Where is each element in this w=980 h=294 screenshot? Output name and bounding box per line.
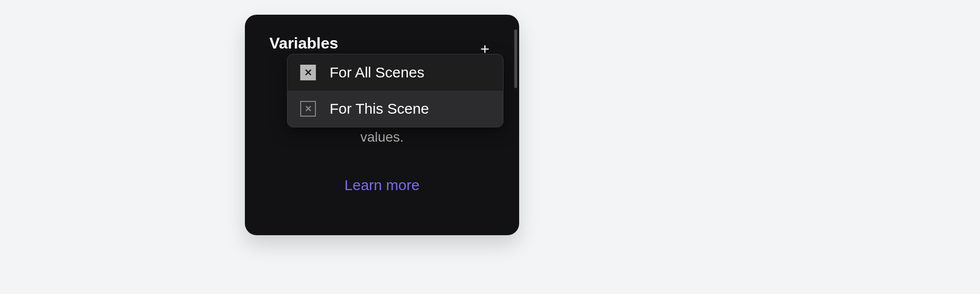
- variable-all-icon: ✕: [300, 65, 316, 80]
- scrollbar[interactable]: [514, 29, 517, 88]
- panel-title: Variables: [269, 34, 495, 52]
- variable-scope-dropdown: ✕ For All Scenes ✕ For This Scene: [287, 54, 503, 127]
- dropdown-item-label: For All Scenes: [330, 64, 424, 81]
- dropdown-item-label: For This Scene: [330, 100, 429, 117]
- variable-scene-icon: ✕: [300, 101, 316, 117]
- dropdown-item-this-scene[interactable]: ✕ For This Scene: [287, 91, 503, 127]
- dropdown-item-all-scenes[interactable]: ✕ For All Scenes: [287, 54, 503, 91]
- learn-more-link[interactable]: Learn more: [269, 177, 495, 194]
